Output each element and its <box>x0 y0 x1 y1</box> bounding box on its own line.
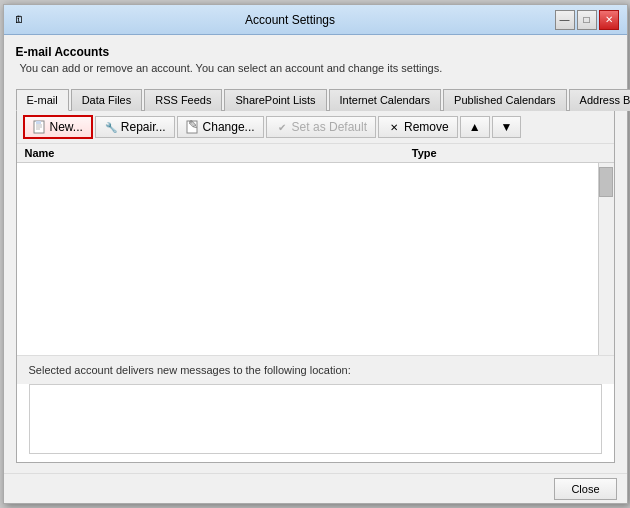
set-default-button[interactable]: ✔ Set as Default <box>266 116 376 138</box>
down-button[interactable]: ▼ <box>492 116 522 138</box>
svg-rect-1 <box>36 121 41 124</box>
repair-button-label: Repair... <box>121 120 166 134</box>
account-settings-window: 🗓 Account Settings — □ ✕ E-mail Accounts… <box>3 4 628 504</box>
set-default-button-label: Set as Default <box>292 120 367 134</box>
scrollbar-thumb[interactable] <box>599 167 613 197</box>
section-description: You can add or remove an account. You ca… <box>20 62 615 74</box>
remove-button-label: Remove <box>404 120 449 134</box>
change-button[interactable]: ✎ Change... <box>177 116 264 138</box>
window-body: E-mail Accounts You can add or remove an… <box>4 35 627 473</box>
section-title: E-mail Accounts <box>16 45 615 59</box>
up-icon: ▲ <box>469 120 481 134</box>
tab-rss-feeds[interactable]: RSS Feeds <box>144 89 222 111</box>
tab-address-books[interactable]: Address Books <box>569 89 630 111</box>
new-icon <box>33 120 47 134</box>
window-title: Account Settings <box>26 13 555 27</box>
footer-text: Selected account delivers new messages t… <box>29 364 602 376</box>
table-area: Name Type <box>17 144 614 355</box>
up-button[interactable]: ▲ <box>460 116 490 138</box>
column-type-header: Type <box>412 147 606 159</box>
column-name-header: Name <box>25 147 412 159</box>
tab-published-calendars[interactable]: Published Calendars <box>443 89 567 111</box>
maximize-button[interactable]: □ <box>577 10 597 30</box>
repair-button[interactable]: 🔧 Repair... <box>95 116 175 138</box>
new-button[interactable]: New... <box>23 115 93 139</box>
tab-internet-calendars[interactable]: Internet Calendars <box>329 89 442 111</box>
repair-icon: 🔧 <box>104 120 118 134</box>
close-window-button[interactable]: Close <box>554 478 616 500</box>
new-button-label: New... <box>50 120 83 134</box>
svg-text:✎: ✎ <box>188 120 198 132</box>
set-default-icon: ✔ <box>275 120 289 134</box>
footer-area: Selected account delivers new messages t… <box>17 355 614 384</box>
tab-email[interactable]: E-mail <box>16 89 69 111</box>
window-icon: 🗓 <box>12 13 26 27</box>
title-bar-buttons: — □ ✕ <box>555 10 619 30</box>
scrollbar[interactable] <box>598 163 614 355</box>
change-button-label: Change... <box>203 120 255 134</box>
down-icon: ▼ <box>501 120 513 134</box>
minimize-button[interactable]: — <box>555 10 575 30</box>
window-bottom: Close <box>4 473 627 503</box>
title-bar: 🗓 Account Settings — □ ✕ <box>4 5 627 35</box>
remove-icon: ✕ <box>387 120 401 134</box>
table-body[interactable] <box>17 163 614 355</box>
change-icon: ✎ <box>186 120 200 134</box>
toolbar: New... 🔧 Repair... ✎ Change... <box>17 111 614 144</box>
close-button[interactable]: ✕ <box>599 10 619 30</box>
tabs-bar: E-mail Data Files RSS Feeds SharePoint L… <box>16 88 615 111</box>
tab-content: New... 🔧 Repair... ✎ Change... <box>16 111 615 463</box>
table-header: Name Type <box>17 144 614 163</box>
remove-button[interactable]: ✕ Remove <box>378 116 458 138</box>
tab-sharepoint-lists[interactable]: SharePoint Lists <box>224 89 326 111</box>
delivery-location-area <box>29 384 602 454</box>
section-header: E-mail Accounts You can add or remove an… <box>16 45 615 74</box>
tab-data-files[interactable]: Data Files <box>71 89 143 111</box>
